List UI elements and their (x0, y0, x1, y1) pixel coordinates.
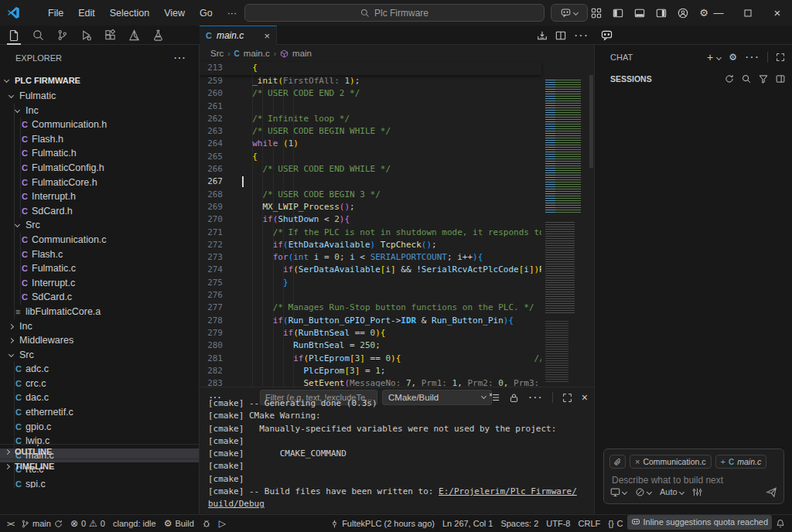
tree-item-crc-c[interactable]: Ccrc.c (0, 377, 200, 391)
command-center-search[interactable]: Plc Firmware (244, 4, 544, 22)
close-window-button[interactable]: × (763, 0, 792, 26)
menu-go[interactable]: Go (200, 8, 213, 19)
code-line-272[interactable]: 272 if(EthDataAvailable) TcpCheck(); (200, 239, 541, 251)
cmake-build-button[interactable]: ⚙Build (160, 515, 198, 532)
build-output[interactable]: [cmake] -- Generating done (0.3s)[cmake]… (208, 397, 589, 510)
open-chat-editor-icon[interactable] (776, 53, 785, 62)
code-line-280[interactable]: 280 RunBtnSeal = 250; (200, 339, 541, 352)
menu-selection[interactable]: Selection (110, 8, 149, 19)
toggle-panel-icon[interactable] (634, 8, 645, 19)
code-line-264[interactable]: 264 while (1) (200, 138, 541, 150)
new-chat-button[interactable]: + (707, 51, 713, 63)
tree-item-middlewares[interactable]: Middlewares (0, 333, 200, 348)
code-line-265[interactable]: 265 { (200, 151, 541, 163)
tree-item-interrupt-c[interactable]: CInterrupt.c (0, 276, 200, 291)
cursor-position-item[interactable]: Ln 267, Col 1 (439, 515, 497, 532)
tree-item-sdcard-h[interactable]: CSdCard.h (0, 204, 200, 219)
chat-input-box[interactable]: × Communication.c + C main.c Describe wh… (603, 448, 784, 504)
code-line-213[interactable]: 213 { (200, 62, 541, 74)
breadcrumb[interactable]: Src› C main.c› main (200, 45, 594, 62)
chat-mode-icon[interactable] (610, 487, 626, 497)
remove-chip-icon[interactable]: × (635, 457, 640, 466)
menu-file[interactable]: File (48, 8, 63, 19)
menu-more[interactable]: ··· (227, 8, 237, 19)
tree-item-ethernetif-c[interactable]: Cethernetif.c (0, 405, 200, 420)
timeline-section[interactable]: TIMELINE (0, 459, 200, 473)
context-chip-current-file[interactable]: + C main.c (715, 455, 767, 469)
minimize-button[interactable]: — (704, 0, 733, 26)
outline-section[interactable]: OUTLINE (0, 444, 200, 459)
copilot-titlebar-button[interactable] (551, 4, 588, 22)
code-line-269[interactable]: 269 MX_LWIP_Process(); (200, 201, 541, 213)
remote-indicator[interactable]: >< (3, 515, 17, 532)
git-branch-item[interactable]: main (17, 515, 67, 532)
code-line-259[interactable]: 259 _init(FirstOfAll: 1); (200, 75, 541, 87)
toggle-secondary-sidebar-icon[interactable] (656, 8, 667, 19)
eol-item[interactable]: CRLF (575, 515, 605, 532)
indentation-item[interactable]: Spaces: 2 (497, 515, 542, 532)
code-line-278[interactable]: 278 if(Run_Button_GPIO_Port->IDR & Run_B… (200, 315, 541, 327)
copilot-status-item[interactable]: Inline suggestions quota reached (627, 515, 772, 530)
tree-item-fulmaticcore-h[interactable]: CFulmaticCore.h (0, 176, 200, 190)
clangd-status[interactable]: clangd: idle (109, 515, 160, 532)
project-root-folder[interactable]: PLC FIRMWARE (0, 73, 200, 88)
explorer-more-actions-icon[interactable]: ··· (173, 51, 186, 65)
context-chip-communication[interactable]: × Communication.c (630, 455, 712, 469)
tree-item-src[interactable]: Src (0, 348, 200, 363)
tree-item-fulmatic[interactable]: Fulmatic (0, 89, 200, 104)
tools-icon[interactable] (692, 487, 702, 497)
menu-view[interactable]: View (164, 8, 185, 19)
tree-item-gpio-c[interactable]: Cgpio.c (0, 420, 200, 435)
code-line-273[interactable]: 273 for(int i = 0; i < SERIALPORTCOUNT; … (200, 251, 541, 264)
code-line-261[interactable]: 261 (200, 101, 541, 113)
tree-item-adc-c[interactable]: Cadc.c (0, 362, 200, 377)
attach-context-button[interactable] (609, 455, 626, 469)
tree-item-libfulmaticcore-a[interactable]: ≡libFulmaticCore.a (0, 305, 200, 319)
code-line-279[interactable]: 279 if(RunBtnSeal == 0){ (200, 327, 541, 339)
code-line-270[interactable]: 270 if(ShutDown < 2){ (200, 213, 541, 226)
tree-item-inc[interactable]: Inc (0, 319, 200, 334)
cmake-icon[interactable] (125, 26, 142, 45)
filter-icon[interactable] (759, 74, 768, 84)
problems-item[interactable]: ⊗0 ⚠0 (67, 515, 109, 532)
editor-more-actions-icon[interactable]: ··· (574, 29, 589, 43)
split-editor-icon[interactable] (555, 30, 566, 41)
account-icon[interactable] (678, 8, 688, 19)
code-line-260[interactable]: 260 /* USER CODE END 2 */ (200, 87, 541, 100)
model-picker-icon[interactable] (635, 487, 651, 497)
search-view-icon[interactable] (29, 26, 46, 45)
tree-item-dac-c[interactable]: Cdac.c (0, 390, 200, 405)
code-lines[interactable]: 259 _init(FirstOfAll: 1);260 /* USER COD… (200, 75, 541, 387)
install-download-icon[interactable] (537, 30, 548, 41)
close-tab-icon[interactable]: × (264, 30, 270, 42)
auto-model-selector[interactable]: Auto (660, 487, 684, 496)
testing-icon[interactable] (149, 26, 166, 45)
code-line-283[interactable]: 283 SetEvent(MessageNo: 7, Prm1: 1, Prm2… (200, 377, 541, 387)
sticky-scroll-line[interactable]: 213 { (200, 62, 541, 75)
minimap[interactable] (541, 75, 588, 387)
editor-scrollbar[interactable] (589, 75, 593, 168)
code-line-271[interactable]: 271 /* If the PLC is not in shutdown mod… (200, 227, 541, 239)
send-button[interactable] (766, 486, 777, 498)
output-path-link[interactable]: build/Debug (208, 499, 265, 509)
code-line-268[interactable]: 268 /* USER CODE BEGIN 3 */ (200, 189, 541, 201)
launch-play-icon[interactable]: ▷ (215, 515, 230, 532)
chat-more-actions-icon[interactable]: ··· (745, 50, 760, 64)
code-line-275[interactable]: 275 } (200, 277, 541, 289)
tree-item-sdcard-c[interactable]: CSdCard.c (0, 290, 200, 305)
tree-item-fulmaticconfig-h[interactable]: CFulmaticConfig.h (0, 161, 200, 176)
output-path-link[interactable]: E:/Projelerim/Plc Firmware/ (439, 486, 577, 496)
code-line-262[interactable]: 262 /* Infinite loop */ (200, 113, 541, 125)
encoding-item[interactable]: UTF-8 (542, 515, 574, 532)
tree-item-interrupt-h[interactable]: CInterrupt.h (0, 189, 200, 204)
code-line-282[interactable]: 282 PlcEprom[3] = 1; (200, 365, 541, 377)
code-line-274[interactable]: 274 if(SerDataAvailable[i] && !SerialRcv… (200, 264, 541, 276)
code-editor[interactable]: Src› C main.c› main 213 { 259 _init(Firs… (200, 45, 594, 387)
code-line-277[interactable]: 277 /* Manages Run-Stop button functions… (200, 302, 541, 314)
split-view-icon[interactable] (776, 74, 785, 84)
toggle-primary-sidebar-icon[interactable] (613, 8, 623, 19)
extensions-icon[interactable] (101, 26, 118, 45)
run-and-debug-icon[interactable] (77, 26, 94, 45)
refresh-icon[interactable] (725, 74, 734, 84)
tree-item-communication-c[interactable]: CCommunication.c (0, 233, 200, 247)
